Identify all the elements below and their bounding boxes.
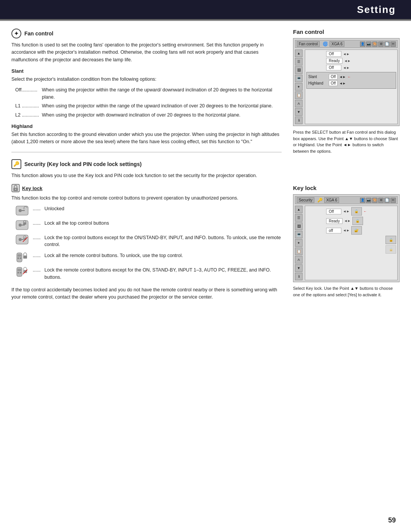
keylock-toolbar: Security 🔑 XGA 6 👤 📷 🎨 ⚙ 📄 ✏ xyxy=(295,196,398,204)
kl-proj-row-2-arrow: ◄► xyxy=(344,219,351,223)
keylock-dots-4: ...... xyxy=(33,267,41,274)
keylock-main-area: Off ◄► 🔓 ← Ready ◄► 🔒 xyxy=(305,206,398,280)
kl-right-icons-1: 🔓 xyxy=(351,207,362,216)
keylock-toolbar-label: Security xyxy=(297,197,314,203)
svg-rect-13 xyxy=(18,254,21,257)
slant-off-key: Off............ xyxy=(15,86,42,101)
svg-rect-14 xyxy=(18,257,19,259)
slant-intro: Select the projector's installation cond… xyxy=(11,76,282,83)
kl-proj-row-5: 🔒 xyxy=(306,245,396,254)
kl-sidebar-btn-set[interactable]: 📋 xyxy=(295,248,303,255)
sidebar-btn-menu[interactable]: ☰ xyxy=(295,58,303,66)
keylock-caption: Select Key lock. Use the Point ▲▼ button… xyxy=(293,285,400,298)
keylock-body: This function locks the top control and … xyxy=(11,195,282,202)
slant-option-l2: L2 ............. When using the projecto… xyxy=(15,112,282,119)
keylock-item-unlocked: ...... Unlocked xyxy=(15,205,282,216)
svg-rect-18 xyxy=(18,269,21,271)
keylock-footer: If the top control accidentally becomes … xyxy=(11,286,282,301)
svg-rect-15 xyxy=(20,257,21,259)
lock-remote-all-icon xyxy=(15,252,29,263)
security-icon: 🔑 xyxy=(11,159,21,169)
toolbar-icons: 👤 📷 🎨 ⚙ 📄 ✏ xyxy=(360,42,396,47)
security-icon-toolbar: 🔑 xyxy=(317,198,323,203)
subdialog-slant-row: Slant Off ◄► ← xyxy=(308,74,394,80)
highland-heading: Highland xyxy=(11,123,282,129)
subdialog-highland-label: Highland xyxy=(308,81,327,85)
keylock-dots-3: ...... xyxy=(33,252,41,259)
keylock-toolbar-mode: XGA 6 xyxy=(324,197,339,203)
keylock-desc-1: Lock all the top control buttons xyxy=(45,220,109,227)
keylock-label: Key lock xyxy=(22,185,42,191)
subdialog-slant-label: Slant xyxy=(308,75,327,79)
kl-proj-row-2-value: Ready xyxy=(326,218,342,224)
keylock-ui-body: ▲ ☰ 🖼 💻 ✦ 📋 A ▼ ℹ Off ◄► xyxy=(295,206,398,280)
slant-off-desc: When using the projector within the rang… xyxy=(42,86,282,101)
sidebar-btn-up[interactable]: ▲ xyxy=(295,50,303,57)
kl-sidebar-btn-up[interactable]: ▲ xyxy=(295,206,303,213)
sidebar-btn-pc[interactable]: 💻 xyxy=(295,75,303,82)
lock-remote-partial-icon xyxy=(15,267,29,277)
toolbar-icon-2: 📷 xyxy=(366,42,371,47)
fan-control-toolbar-mode: XGA 6 xyxy=(330,41,344,47)
security-heading-label: Security (Key lock and PIN code lock set… xyxy=(24,161,142,167)
keylock-heading: Key lock xyxy=(11,184,282,192)
proj-row-3-value: Off xyxy=(326,65,341,70)
kl-sidebar-btn-a[interactable]: A xyxy=(295,256,303,264)
lock-top-all-icon xyxy=(15,220,29,230)
kl-sidebar-btn-fx[interactable]: ✦ xyxy=(295,239,303,247)
keylock-right-heading: Key lock xyxy=(293,185,400,191)
security-body: This function allows you to use the Key … xyxy=(11,172,282,179)
fan-icon: ✦ xyxy=(11,29,21,38)
sidebar-btn-fx[interactable]: ✦ xyxy=(295,83,303,91)
kl-proj-row-3-value: off xyxy=(326,228,341,233)
kl-proj-row-1-value: Off xyxy=(326,209,341,214)
page-title: Setting xyxy=(357,4,396,16)
kl-toolbar-icon-1: 👤 xyxy=(360,198,365,203)
sidebar-btn-set[interactable]: 📋 xyxy=(295,91,303,99)
slant-option-l1: L1 ............. When using the projecto… xyxy=(15,102,282,110)
svg-point-9 xyxy=(19,238,22,241)
kl-sidebar-btn-info[interactable]: ℹ xyxy=(295,273,303,280)
proj-row-1-value: Off xyxy=(326,51,341,57)
subdialog-highland-value: Off xyxy=(329,80,338,86)
kl-sidebar-btn-img[interactable]: 🖼 xyxy=(295,222,303,230)
sidebar-btn-down[interactable]: ▼ xyxy=(295,108,303,116)
toolbar-icon-3: 🎨 xyxy=(372,42,378,47)
keylock-item-lock-top-all: ...... Lock all the top control buttons xyxy=(15,220,282,230)
kl-sidebar-btn-menu[interactable]: ☰ xyxy=(295,214,303,222)
svg-rect-12 xyxy=(17,253,22,262)
slant-l2-key: L2 ............. xyxy=(15,112,42,119)
left-column: ✦ Fan control This function is used to s… xyxy=(11,29,282,304)
fan-icon-toolbar: 🌀 xyxy=(323,42,328,46)
sidebar-btn-a[interactable]: A xyxy=(295,100,303,107)
main-content: ✦ Fan control This function is used to s… xyxy=(0,21,411,315)
kl-toolbar-icon-3: 🎨 xyxy=(372,198,378,203)
keylock-sidebar: ▲ ☰ 🖼 💻 ✦ 📋 A ▼ ℹ xyxy=(295,206,303,280)
kl-sidebar-btn-down[interactable]: ▼ xyxy=(295,264,303,272)
kl-proj-row-1: Off ◄► 🔓 ← xyxy=(306,207,396,216)
fan-control-heading-label: Fan control xyxy=(24,30,53,37)
slant-l1-desc: When using the projector within the rang… xyxy=(42,102,282,110)
keylock-dots-1: ...... xyxy=(33,220,41,227)
svg-rect-19 xyxy=(18,272,19,273)
sidebar-btn-info[interactable]: ℹ xyxy=(295,117,303,124)
slant-l1-key: L1 ............. xyxy=(15,102,42,110)
proj-row-2-value: Ready xyxy=(326,58,342,64)
subdialog-slant-mark: ← xyxy=(347,75,351,79)
sidebar-btn-img[interactable]: 🖼 xyxy=(295,66,303,74)
fan-control-body: This function is used to set the cooling… xyxy=(11,42,282,64)
proj-row-1: Off ◄► xyxy=(306,51,396,57)
kl-sidebar-btn-pc[interactable]: 💻 xyxy=(295,231,303,238)
svg-rect-20 xyxy=(20,272,21,273)
kl-icon-lock-top: 🔒 xyxy=(352,217,363,225)
toolbar-icon-5: 📄 xyxy=(384,42,390,47)
fan-control-caption: Press the SELECT button at Fan control a… xyxy=(293,129,400,154)
kl-toolbar-icon-5: 📄 xyxy=(384,198,390,203)
page-number: 59 xyxy=(388,516,396,524)
keylock-desc-4: Lock the remote control buttons except f… xyxy=(45,267,282,281)
keylock-dots-0: ...... xyxy=(33,205,41,212)
fan-control-section-heading: ✦ Fan control xyxy=(11,29,282,38)
kl-toolbar-icon-4: ⚙ xyxy=(378,198,384,203)
kl-icon-unlocked: 🔓 xyxy=(351,207,362,216)
proj-main-area: Off ◄► Ready ◄► Off ◄► xyxy=(305,50,398,124)
